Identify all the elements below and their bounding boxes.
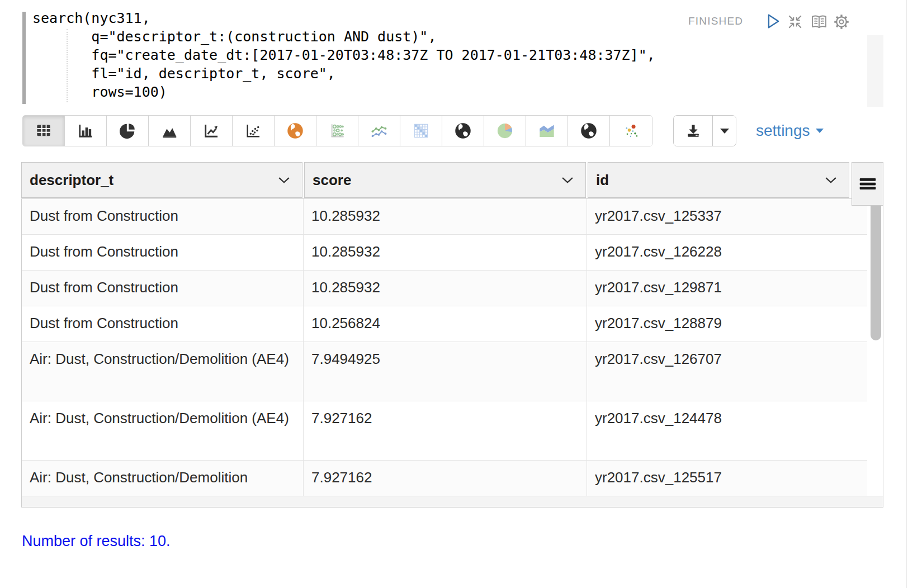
- viz-scatter-chart-button[interactable]: [233, 116, 275, 146]
- download-options-button[interactable]: [713, 116, 736, 146]
- cell-descriptor_t: Air: Dust, Construction/Demolition (AE4): [22, 342, 303, 401]
- play-icon: [766, 13, 781, 29]
- cell-score: 10.285932: [303, 199, 587, 234]
- download-button[interactable]: [674, 116, 713, 146]
- viz-pie-colored-button[interactable]: [484, 116, 526, 146]
- code-line[interactable]: search(nyc311,: [32, 9, 655, 27]
- viz-multi-line-chart-button[interactable]: [358, 116, 400, 146]
- viz-globe-dark-1-button[interactable]: [442, 116, 484, 146]
- globe-dark-icon: [455, 122, 471, 139]
- cell-score: 10.285932: [303, 235, 587, 270]
- cell-score: 10.256824: [303, 306, 587, 342]
- editor-gutter-bar: [22, 12, 26, 104]
- table-body-rows: Dust from Construction10.285932yr2017.cs…: [22, 199, 883, 496]
- download-button-group: [673, 115, 736, 146]
- line-chart-icon: [204, 123, 219, 139]
- cell-id: yr2017.csv_124478: [587, 401, 867, 460]
- viz-table-button[interactable]: [23, 116, 65, 146]
- viz-area-colored-button[interactable]: [526, 116, 568, 146]
- column-header-label: id: [596, 172, 609, 189]
- gear-icon: [833, 13, 850, 30]
- status-badge: FINISHED: [688, 15, 743, 27]
- viz-bubble-grid-button[interactable]: [316, 116, 358, 146]
- caret-down-icon: [816, 129, 824, 133]
- cell-descriptor_t: Dust from Construction: [22, 271, 303, 306]
- column-header-descriptor_t[interactable]: descriptor_t: [21, 162, 302, 198]
- vertical-scrollbar-thumb[interactable]: [871, 201, 881, 340]
- viz-area-chart-button[interactable]: [149, 116, 191, 146]
- cell-id: yr2017.csv_129871: [587, 271, 867, 306]
- cell-id: yr2017.csv_128879: [587, 306, 867, 342]
- pie-chart-icon: [120, 123, 135, 139]
- cell-score: 7.927162: [303, 401, 587, 460]
- table-row: Air: Dust, Construction/Demolition7.9271…: [22, 461, 867, 496]
- column-header-id[interactable]: id: [588, 162, 849, 198]
- cell-id: yr2017.csv_125337: [587, 199, 867, 234]
- column-dropdown-button[interactable]: [278, 177, 290, 183]
- cell-id: yr2017.csv_126228: [587, 235, 867, 270]
- scatter-chart-icon: [245, 123, 261, 139]
- chevron-down-icon: [562, 177, 573, 183]
- code-line[interactable]: fl="id, descriptor_t, score",: [32, 64, 655, 83]
- viz-scatter-colored-button[interactable]: [610, 116, 652, 146]
- column-header-score[interactable]: score: [304, 162, 586, 198]
- bubble-grid-icon: [329, 123, 345, 139]
- table-menu-button[interactable]: [852, 162, 883, 206]
- pie-colored-icon: [496, 122, 513, 139]
- book-icon: [810, 14, 828, 30]
- table-row: Air: Dust, Construction/Demolition (AE4)…: [22, 401, 867, 461]
- column-header-label: descriptor_t: [30, 172, 114, 189]
- code-line[interactable]: fq="create_date_dt:[2017-01-20T03:48:37Z…: [32, 46, 655, 64]
- column-header-label: score: [313, 172, 351, 189]
- viz-pie-chart-button[interactable]: [107, 116, 149, 146]
- table-row: Dust from Construction10.256824yr2017.cs…: [22, 306, 867, 342]
- menu-icon: [859, 178, 876, 190]
- globe-dark-icon: [580, 122, 597, 139]
- editor-scrollbar-track[interactable]: [867, 35, 883, 107]
- cell-score: 10.285932: [303, 271, 587, 306]
- table-row: Air: Dust, Construction/Demolition (AE4)…: [22, 342, 867, 401]
- notebook-paragraph: search(nyc311, q="descriptor_t:(construc…: [0, 0, 908, 588]
- viz-button-group: [22, 115, 652, 146]
- viz-line-chart-button[interactable]: [191, 116, 233, 146]
- bar-chart-icon: [78, 123, 93, 139]
- viz-heatmap-button[interactable]: [400, 116, 442, 146]
- paragraph-settings-button[interactable]: [833, 13, 850, 30]
- cell-descriptor_t: Dust from Construction: [22, 306, 303, 342]
- viz-globe-dark-2-button[interactable]: [568, 116, 610, 146]
- column-dropdown-button[interactable]: [562, 177, 573, 183]
- cell-id: yr2017.csv_125517: [587, 461, 867, 496]
- chevron-down-icon: [278, 177, 290, 183]
- paragraph-right-border: [906, 0, 907, 588]
- scatter-colored-icon: [623, 123, 639, 139]
- results-table-body: Dust from Construction10.285932yr2017.cs…: [21, 198, 883, 508]
- code-editor[interactable]: search(nyc311, q="descriptor_t:(construc…: [32, 9, 655, 101]
- table-icon: [36, 123, 51, 139]
- run-button[interactable]: [766, 13, 781, 29]
- table-row: Dust from Construction10.285932yr2017.cs…: [22, 199, 867, 235]
- chevron-down-icon: [825, 177, 836, 183]
- table-row: Dust from Construction10.285932yr2017.cs…: [22, 235, 867, 271]
- cell-descriptor_t: Dust from Construction: [22, 199, 303, 234]
- cell-id: yr2017.csv_126707: [587, 342, 867, 401]
- globe-orange-icon: [287, 122, 304, 139]
- cell-descriptor_t: Air: Dust, Construction/Demolition (AE4): [22, 401, 303, 460]
- code-line[interactable]: q="descriptor_t:(construction AND dust)"…: [32, 27, 655, 46]
- settings-label: settings: [756, 122, 810, 140]
- code-line[interactable]: rows=100): [32, 83, 655, 101]
- multi-line-chart-icon: [371, 123, 387, 139]
- cell-descriptor_t: Dust from Construction: [22, 235, 303, 270]
- viz-bar-chart-button[interactable]: [65, 116, 107, 146]
- download-icon: [685, 123, 701, 139]
- collapse-editor-button[interactable]: [787, 14, 803, 30]
- table-row: Dust from Construction10.285932yr2017.cs…: [22, 271, 867, 306]
- viz-globe-orange-button[interactable]: [275, 116, 316, 146]
- settings-dropdown[interactable]: settings: [756, 115, 824, 146]
- column-dropdown-button[interactable]: [825, 177, 836, 183]
- result-count-text: Number of results: 10.: [22, 533, 171, 550]
- caret-down-icon: [720, 129, 729, 134]
- toggle-output-button[interactable]: [810, 14, 828, 30]
- heatmap-icon: [413, 123, 429, 139]
- cell-score: 7.9494925: [303, 342, 587, 401]
- area-chart-icon: [162, 123, 177, 139]
